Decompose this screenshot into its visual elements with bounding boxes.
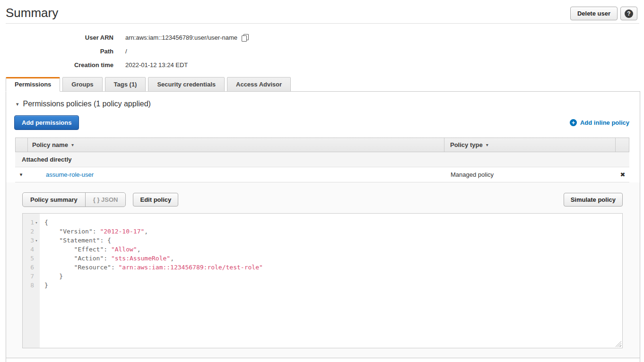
gutter-line-number: 1▾ — [23, 218, 40, 227]
permissions-policies-heading: Permissions policies (1 policy applied) — [23, 100, 151, 108]
path-row: Path / — [0, 48, 644, 55]
edit-policy-button[interactable]: Edit policy — [133, 193, 178, 207]
user-info-section: User ARN arn:aws:iam::123456789:user/use… — [0, 24, 644, 77]
gutter-line-number: 7 — [23, 272, 40, 281]
add-inline-policy-link[interactable]: + Add inline policy — [570, 119, 629, 126]
code-line: { — [44, 218, 622, 227]
json-view-button[interactable]: { } JSON — [85, 192, 126, 207]
delete-user-button[interactable]: Delete user — [570, 7, 618, 20]
plus-circle-icon: + — [570, 119, 577, 126]
expand-column-header — [16, 138, 28, 152]
tab-tags[interactable]: Tags (1) — [105, 77, 146, 92]
code-line: } — [44, 272, 622, 281]
creation-time-value: 2022-01-12 13:24 EDT — [125, 61, 188, 69]
actions-column-header — [615, 138, 629, 152]
tab-bar: Permissions Groups Tags (1) Security cre… — [6, 77, 640, 92]
attached-directly-group-row: Attached directly — [15, 152, 629, 167]
gutter-line-number: 5 — [23, 254, 40, 263]
braces-icon: { } — [93, 196, 100, 203]
tab-permissions[interactable]: Permissions — [6, 77, 60, 92]
permissions-actions-row: Add permissions + Add inline policy — [14, 115, 629, 130]
creation-time-row: Creation time 2022-01-12 13:24 EDT — [0, 61, 644, 69]
path-value: / — [125, 48, 127, 55]
code-line: "Action": "sts:AssumeRole", — [44, 254, 622, 263]
policy-view-segmented-control: Policy summary { } JSON — [22, 192, 126, 207]
gutter-line-number: 6 — [23, 263, 40, 272]
user-arn-value: arn:aws:iam::123456789:user/user-name — [125, 34, 237, 41]
gutter-line-number: 3▾ — [23, 236, 40, 245]
help-button[interactable]: ? — [620, 7, 637, 20]
policy-summary-button[interactable]: Policy summary — [22, 192, 86, 207]
json-policy-editor[interactable]: 1▾23▾45678 { "Version": "2012-10-17", "S… — [22, 213, 623, 348]
code-line: } — [44, 281, 622, 290]
sort-caret-icon: ▾ — [71, 142, 74, 147]
help-icon: ? — [625, 9, 633, 18]
row-expand-caret-icon[interactable]: ▾ — [20, 172, 23, 178]
policies-table: Policy name ▾ Policy type ▾ Attached dir… — [15, 138, 629, 182]
policy-name-column-header[interactable]: Policy name ▾ — [28, 138, 444, 152]
header-buttons: Delete user ? — [570, 6, 637, 20]
policy-detail-expanded-section: Policy summary { } JSON Edit policy Simu… — [6, 182, 640, 358]
page-header: Summary Delete user ? — [0, 0, 644, 20]
section-collapse-caret-icon: ▾ — [16, 101, 19, 107]
policy-name-link[interactable]: assume-role-user — [32, 171, 94, 178]
code-line: "Version": "2012-10-17", — [44, 227, 622, 236]
permissions-tab-panel: ▾ Permissions policies (1 policy applied… — [6, 92, 640, 362]
fold-caret-icon[interactable]: ▾ — [34, 218, 39, 227]
permissions-policies-section-toggle[interactable]: ▾ Permissions policies (1 policy applied… — [6, 92, 640, 108]
policy-table-row: ▾ assume-role-user Managed policy ✖ — [15, 167, 629, 182]
page-title: Summary — [6, 6, 58, 20]
editor-gutter: 1▾23▾45678 — [23, 214, 40, 348]
sort-caret-icon: ▾ — [486, 142, 488, 147]
fold-caret-icon[interactable]: ▾ — [34, 236, 39, 245]
tab-access-advisor[interactable]: Access Advisor — [227, 77, 291, 92]
gutter-line-number: 8 — [23, 281, 40, 290]
user-arn-row: User ARN arn:aws:iam::123456789:user/use… — [0, 34, 644, 41]
policy-type-column-header[interactable]: Policy type ▾ — [444, 138, 615, 152]
copy-icon[interactable] — [242, 34, 249, 41]
user-arn-label: User ARN — [0, 34, 113, 41]
creation-time-label: Creation time — [0, 61, 113, 69]
code-line: "Statement": { — [44, 236, 622, 245]
add-permissions-button[interactable]: Add permissions — [14, 115, 79, 130]
tab-security-credentials[interactable]: Security credentials — [148, 77, 225, 92]
path-label: Path — [0, 48, 113, 55]
add-inline-policy-label: Add inline policy — [580, 119, 629, 126]
simulate-policy-button[interactable]: Simulate policy — [564, 193, 623, 207]
policies-table-header: Policy name ▾ Policy type ▾ — [15, 138, 629, 152]
editor-code[interactable]: { "Version": "2012-10-17", "Statement": … — [40, 214, 622, 348]
iam-user-summary-page: Summary Delete user ? User ARN arn:aws:i… — [0, 0, 644, 362]
policy-type-cell: Managed policy — [444, 171, 616, 178]
gutter-line-number: 4 — [23, 245, 40, 254]
code-line: "Effect": "Allow", — [44, 245, 622, 254]
code-line: "Resource": "arn:aws:iam::123456789:role… — [44, 263, 622, 272]
gutter-line-number: 2 — [23, 227, 40, 236]
remove-policy-icon[interactable]: ✖ — [620, 171, 626, 178]
tab-groups[interactable]: Groups — [62, 77, 102, 92]
policy-detail-toolbar: Policy summary { } JSON Edit policy Simu… — [22, 192, 623, 207]
